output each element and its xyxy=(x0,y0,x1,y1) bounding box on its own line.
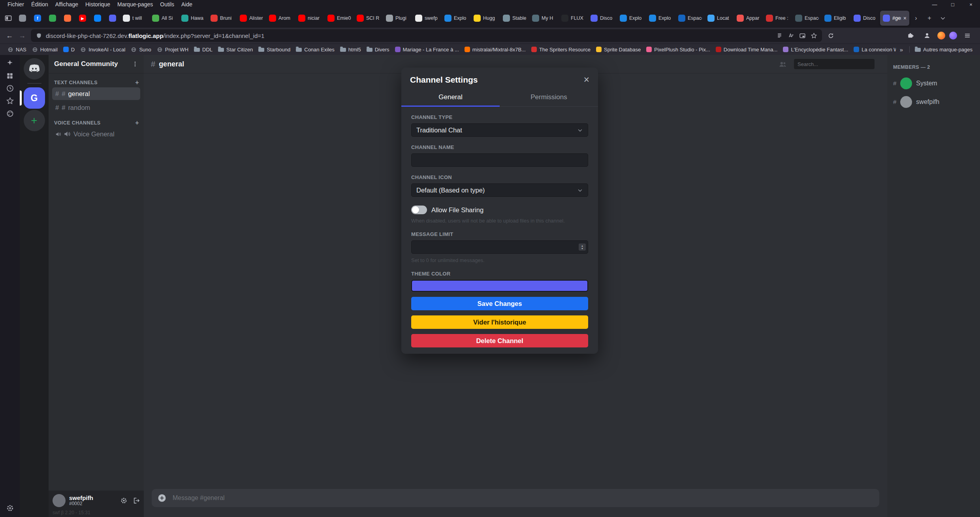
bookmark-item[interactable]: Starbound xyxy=(256,45,293,54)
add-text-channel-button[interactable]: + xyxy=(135,79,139,86)
browser-tab[interactable]: Free : × xyxy=(763,11,792,26)
bookmark-star-icon[interactable] xyxy=(811,32,817,39)
reload-button[interactable] xyxy=(824,29,837,42)
browser-tab[interactable]: Arom × xyxy=(266,11,295,26)
pinned-tab[interactable] xyxy=(60,11,75,26)
ai-chat-icon[interactable] xyxy=(6,59,14,68)
browser-tab[interactable]: #gener × xyxy=(880,11,909,26)
browser-tab[interactable]: My H × xyxy=(529,11,559,26)
channel-icon-select[interactable]: Default (Based on type) xyxy=(411,183,588,197)
search-input[interactable] xyxy=(794,59,875,69)
bookmark-item[interactable]: Hotmail xyxy=(29,45,60,54)
list-all-tabs-button[interactable] xyxy=(936,11,950,25)
bookmark-item[interactable]: La connexion Wifi et E... xyxy=(851,45,895,54)
bookmark-item[interactable]: Sprite Database xyxy=(593,45,643,54)
browser-tab[interactable]: Disco × xyxy=(851,11,880,26)
message-limit-input[interactable] xyxy=(411,240,588,254)
theme-color-picker[interactable] xyxy=(411,280,588,292)
browser-tab[interactable]: Emie0 × xyxy=(325,11,354,26)
message-input[interactable] xyxy=(172,494,874,502)
browser-tab[interactable]: Explo × xyxy=(442,11,471,26)
bookmark-item[interactable]: InvokeAI - Local xyxy=(77,45,128,54)
app-menu-icon[interactable] xyxy=(961,29,974,42)
browser-tab[interactable]: Hawa × xyxy=(179,11,208,26)
extension-icon-purple[interactable] xyxy=(949,32,957,40)
menu-item[interactable]: Marque-pages xyxy=(114,1,156,8)
menu-item[interactable]: Outils xyxy=(156,1,178,8)
modal-action-button[interactable]: Vider l'historique xyxy=(411,315,588,329)
add-server-button[interactable]: + xyxy=(24,110,45,131)
back-button[interactable]: ← xyxy=(3,29,16,42)
sidebar-settings-icon[interactable] xyxy=(6,504,14,512)
browser-tab[interactable]: Espace ab × xyxy=(792,11,822,26)
bookmark-item[interactable]: L'Encyclopédie Fantast... xyxy=(780,45,851,54)
browser-tab[interactable]: Espace cli × xyxy=(675,11,705,26)
browser-tab[interactable]: Explo × xyxy=(646,11,675,26)
menu-item[interactable]: Édition xyxy=(28,1,52,8)
translate-icon[interactable] xyxy=(788,32,794,39)
reader-mode-icon[interactable] xyxy=(776,32,783,39)
synced-tabs-icon[interactable] xyxy=(6,72,14,80)
browser-tab[interactable]: SCI R × xyxy=(354,11,383,26)
new-tab-button[interactable]: + xyxy=(923,11,936,25)
menu-item[interactable]: Affichage xyxy=(52,1,82,8)
browser-tab[interactable]: Explo × xyxy=(617,11,646,26)
minim ize-button[interactable]: — xyxy=(925,0,944,9)
other-bookmarks[interactable]: Autres marque-pages xyxy=(912,45,975,54)
members-toggle-icon[interactable] xyxy=(779,60,787,68)
menu-item[interactable]: Historique xyxy=(82,1,114,8)
browser-tab[interactable]: Eligib × xyxy=(822,11,851,26)
tab-close-icon[interactable]: × xyxy=(903,15,907,21)
bookmark-item[interactable]: NAS xyxy=(5,45,29,54)
pinned-tab[interactable] xyxy=(15,11,30,26)
voice-channel-item[interactable]: Voice General xyxy=(52,128,140,140)
bookmark-item[interactable]: Conan Exiles xyxy=(293,45,337,54)
number-spinner[interactable]: ▴▾ xyxy=(579,243,586,251)
browser-tab[interactable]: Hugg × xyxy=(471,11,500,26)
browser-tab[interactable]: Disco × xyxy=(588,11,617,26)
channel-item[interactable]: # # general xyxy=(52,87,140,100)
menu-item[interactable]: Aide xyxy=(178,1,196,8)
sidebar-toggle-button[interactable] xyxy=(2,11,15,25)
modal-tab[interactable]: Permissions xyxy=(500,89,598,107)
home-discord-icon[interactable] xyxy=(24,58,45,79)
bookmark-item[interactable]: DDL xyxy=(191,45,215,54)
spinner-down-icon[interactable]: ▾ xyxy=(581,247,583,250)
bookmark-item[interactable]: D xyxy=(60,45,77,54)
browser-tab[interactable]: Bruni × xyxy=(208,11,237,26)
modal-tab[interactable]: General xyxy=(401,89,500,107)
browser-tab[interactable]: Appar × xyxy=(734,11,763,26)
bookmark-item[interactable]: mistralai/Mixtral-8x7B... xyxy=(462,45,529,54)
server-header[interactable]: General Community xyxy=(49,55,144,74)
browser-tab[interactable]: All Si × xyxy=(149,11,179,26)
tracking-protection-icon[interactable] xyxy=(36,32,42,39)
account-icon[interactable] xyxy=(921,29,933,42)
bookmark-item[interactable]: Star Citizen xyxy=(215,45,256,54)
pinned-tab[interactable] xyxy=(90,11,105,26)
add-voice-channel-button[interactable]: + xyxy=(135,119,139,126)
browser-tab[interactable]: FLUX × xyxy=(559,11,588,26)
attach-plus-icon[interactable] xyxy=(157,493,167,503)
bookmark-item[interactable]: Mariage - La France à ... xyxy=(392,45,462,54)
member-row[interactable]: # swefpifh xyxy=(887,92,980,111)
user-settings-icon[interactable] xyxy=(120,497,128,504)
address-bar[interactable]: discord-like-php-chat-7262.dev.flatlogic… xyxy=(31,29,822,42)
extension-icon-orange[interactable] xyxy=(937,32,945,40)
file-sharing-toggle[interactable] xyxy=(411,206,427,214)
browser-tab[interactable]: t will × xyxy=(120,11,149,26)
browser-tab[interactable]: Stable × xyxy=(500,11,529,26)
forward-button[interactable]: → xyxy=(16,29,28,42)
browser-tab[interactable]: niciar × xyxy=(295,11,325,26)
extensions-icon[interactable] xyxy=(904,29,917,42)
bookmark-item[interactable]: Suno xyxy=(128,45,154,54)
server-menu-icon[interactable] xyxy=(132,61,138,67)
menu-item[interactable]: Fichier xyxy=(4,1,28,8)
history-icon[interactable] xyxy=(6,84,14,92)
scroll-tabs-right-button[interactable]: › xyxy=(909,11,923,25)
bookmark-item[interactable]: The Spriters Resource xyxy=(529,45,593,54)
modal-action-button[interactable]: Save Changes xyxy=(411,297,588,310)
browser-tab[interactable]: Alister × xyxy=(237,11,266,26)
palette-icon[interactable] xyxy=(6,109,14,118)
close-icon[interactable]: × xyxy=(583,75,589,85)
bookmark-item[interactable]: Download Time Mana... xyxy=(713,45,781,54)
